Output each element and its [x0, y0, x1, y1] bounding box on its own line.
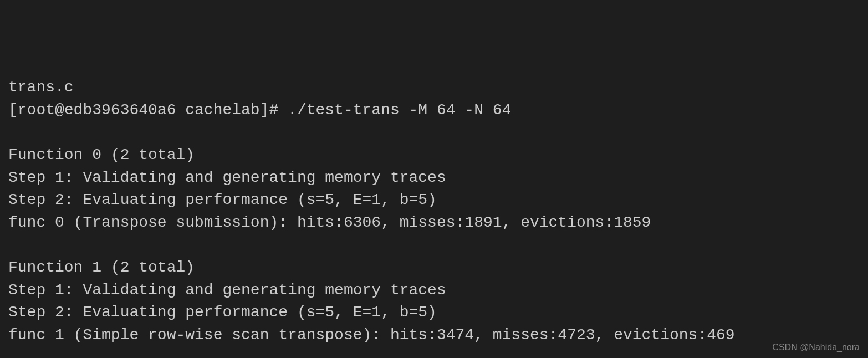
output-function-header: Function 1 (2 total) [8, 257, 860, 279]
output-step1: Step 1: Validating and generating memory… [8, 167, 860, 190]
prompt-command-line: [root@edb3963640a6 cachelab]# ./test-tra… [8, 99, 860, 122]
output-step1: Step 1: Validating and generating memory… [8, 279, 860, 302]
output-blank [8, 347, 860, 359]
output-step2: Step 2: Evaluating performance (s=5, E=1… [8, 301, 860, 324]
output-blank [8, 122, 860, 145]
output-function-header: Function 0 (2 total) [8, 144, 860, 167]
output-step2: Step 2: Evaluating performance (s=5, E=1… [8, 189, 860, 212]
terminal-output[interactable]: trans.c[root@edb3963640a6 cachelab]# ./t… [8, 76, 860, 358]
output-func-result: func 1 (Simple row-wise scan transpose):… [8, 324, 860, 347]
output-func-result: func 0 (Transpose submission): hits:6306… [8, 212, 860, 234]
watermark-text: CSDN @Nahida_nora [772, 341, 860, 354]
output-line-partial: trans.c [8, 76, 860, 99]
output-blank [8, 234, 860, 257]
